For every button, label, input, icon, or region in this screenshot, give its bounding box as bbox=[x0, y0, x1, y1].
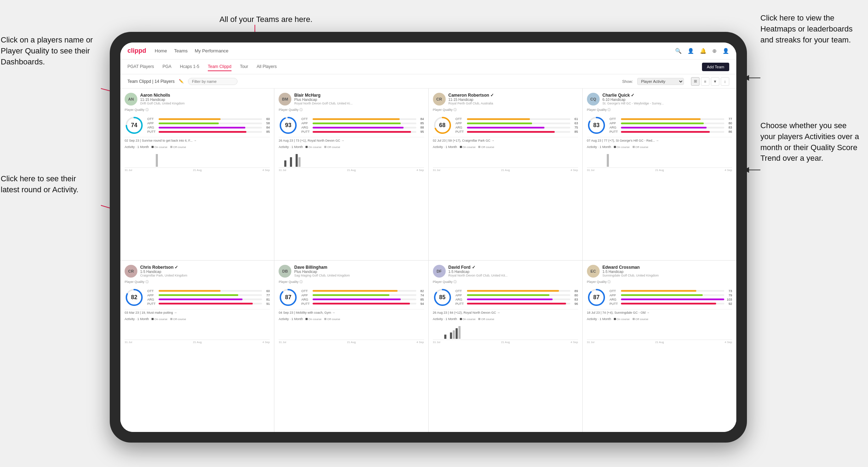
chart-labels: 31 Jul21 Aug4 Sep bbox=[125, 169, 270, 172]
player-name[interactable]: Blair McHarg bbox=[294, 93, 424, 98]
player-quality-section: 87 OTT 82 APP 74 ARG bbox=[279, 288, 424, 307]
tab-all-players[interactable]: All Players bbox=[257, 63, 277, 71]
quality-label: Player Quality ⓘ bbox=[587, 108, 732, 112]
player-name[interactable]: Cameron Robertson ✓ bbox=[449, 93, 578, 98]
activity-legend: On course Off course bbox=[152, 146, 186, 149]
chart-label: 21 Aug bbox=[501, 169, 510, 172]
quality-bars: OTT 73 APP 79 ARG 103 P bbox=[610, 289, 732, 306]
player-name[interactable]: Aaron Nicholls bbox=[140, 93, 270, 98]
stat-row: APP 63 bbox=[456, 121, 578, 125]
recent-round[interactable]: 04 Sep 23 | Mobility with coach, Gym → bbox=[279, 309, 424, 314]
recent-round[interactable]: 07 Aug 23 | 77 (+7), St George's Hill GC… bbox=[587, 137, 732, 142]
player-card[interactable]: DB Dave Billingham Plus Handicap Sag Mag… bbox=[274, 261, 428, 432]
avatar-icon[interactable]: 👤 bbox=[723, 48, 729, 54]
chart-labels: 31 Jul21 Aug4 Sep bbox=[587, 341, 732, 344]
quality-ring[interactable]: 83 bbox=[587, 116, 606, 135]
chart-labels: 31 Jul21 Aug4 Sep bbox=[279, 169, 424, 172]
player-name[interactable]: David Ford ✓ bbox=[449, 265, 578, 270]
nav-teams[interactable]: Teams bbox=[174, 47, 188, 55]
player-name[interactable]: Dave Billingham bbox=[294, 265, 424, 270]
chart-label: 21 Aug bbox=[193, 341, 202, 344]
quality-ring[interactable]: 74 bbox=[125, 116, 144, 135]
quality-ring[interactable]: 82 bbox=[125, 288, 144, 307]
tablet-shell: clippd Home Teams My Performance 🔍 👤 🔔 ⊕… bbox=[110, 32, 747, 443]
search-icon[interactable]: 🔍 bbox=[675, 48, 682, 54]
stat-row: OTT 82 bbox=[301, 289, 424, 293]
tab-tour[interactable]: Tour bbox=[240, 63, 248, 71]
grid-view-icon[interactable]: ⊞ bbox=[691, 77, 699, 86]
quality-ring[interactable]: 85 bbox=[433, 288, 452, 307]
quality-bars: OTT 82 APP 74 ARG 85 PU bbox=[301, 289, 424, 306]
recent-round[interactable]: 02 Jul 23 | 59 (+17), Craigmillar Park G… bbox=[433, 137, 578, 142]
chart-label: 31 Jul bbox=[587, 341, 594, 344]
player-card[interactable]: CQ Charlie Quick ✓ 6-10 Handicap St. Geo… bbox=[583, 89, 736, 260]
chart-label: 4 Sep bbox=[417, 341, 424, 344]
activity-legend: On course Off course bbox=[152, 318, 186, 321]
recent-round[interactable]: 18 Jul 23 | 74 (+4), Sunningdale GC - Ol… bbox=[587, 309, 732, 314]
team-filter-input[interactable] bbox=[188, 78, 238, 85]
activity-legend: On course Off course bbox=[305, 318, 340, 321]
stat-row: ARG 81 bbox=[147, 298, 270, 301]
tab-pga[interactable]: PGA bbox=[162, 63, 171, 71]
player-card[interactable]: CR Chris Robertson ✓ 1-5 Handicap Craigm… bbox=[120, 261, 274, 432]
quality-ring[interactable]: 93 bbox=[279, 116, 298, 135]
filter-icon[interactable]: ▼ bbox=[711, 77, 719, 86]
stat-row: ARG 103 bbox=[610, 298, 732, 301]
player-card[interactable]: CR Cameron Robertson ✓ 11-15 Handicap Ro… bbox=[429, 89, 582, 260]
tab-hcaps[interactable]: Hcaps 1-5 bbox=[180, 63, 199, 71]
player-card[interactable]: DF David Ford ✓ 1-5 Handicap Royal North… bbox=[429, 261, 582, 432]
recent-round[interactable]: 26 Aug 23 | 84 (+12), Royal North Devon … bbox=[433, 309, 578, 314]
nav-home[interactable]: Home bbox=[155, 47, 167, 55]
player-header: BM Blair McHarg Plus Handicap Royal Nort… bbox=[279, 93, 424, 106]
player-name[interactable]: Chris Robertson ✓ bbox=[140, 265, 270, 270]
stat-row: PUTT 95 bbox=[301, 130, 424, 133]
quality-ring[interactable]: 87 bbox=[279, 288, 298, 307]
player-info: David Ford ✓ 1-5 Handicap Royal North De… bbox=[449, 265, 578, 277]
tab-pgat[interactable]: PGAT Players bbox=[127, 63, 154, 71]
player-card[interactable]: EC Edward Crossman 1-5 Handicap Sunningd… bbox=[583, 261, 736, 432]
list-view-icon[interactable]: ≡ bbox=[701, 77, 709, 86]
sort-icon[interactable]: ↕ bbox=[721, 77, 729, 86]
recent-round[interactable]: 26 Aug 23 | 73 (+1), Royal North Devon G… bbox=[279, 137, 424, 142]
activity-chart bbox=[433, 150, 578, 168]
player-avatar: DB bbox=[279, 265, 291, 278]
bell-icon[interactable]: 🔔 bbox=[700, 48, 707, 54]
recent-round[interactable]: 03 Mar 23 | 19, Must make putting → bbox=[125, 309, 270, 314]
show-select[interactable]: Player Activity Quality Score Trend bbox=[637, 78, 684, 85]
player-card[interactable]: BM Blair McHarg Plus Handicap Royal Nort… bbox=[274, 89, 428, 260]
add-team-button[interactable]: Add Team bbox=[702, 63, 729, 71]
player-name[interactable]: Charlie Quick ✓ bbox=[603, 93, 732, 98]
stat-row: PUTT 85 bbox=[456, 130, 578, 133]
chart-label: 21 Aug bbox=[193, 169, 202, 172]
player-header: CQ Charlie Quick ✓ 6-10 Handicap St. Geo… bbox=[587, 93, 732, 106]
chart-label: 4 Sep bbox=[417, 169, 424, 172]
user-icon[interactable]: 👤 bbox=[687, 48, 694, 54]
chart-label: 4 Sep bbox=[725, 341, 732, 344]
player-club: Royal North Devon Golf Club, United Kit.… bbox=[449, 274, 578, 277]
quality-ring[interactable]: 68 bbox=[433, 116, 452, 135]
activity-header: Activity · 1 Month On course Off course bbox=[433, 317, 578, 321]
settings-icon[interactable]: ⊕ bbox=[712, 48, 717, 54]
chart-bar bbox=[607, 154, 609, 167]
chart-bar bbox=[444, 335, 446, 339]
activity-header: Activity · 1 Month On course Off course bbox=[587, 317, 732, 321]
recent-round[interactable]: 02 Sep 23 | Sunrise round to get back in… bbox=[125, 137, 270, 142]
player-quality-section: 85 OTT 89 APP 80 ARG bbox=[433, 288, 578, 307]
player-name[interactable]: Edward Crossman bbox=[603, 265, 732, 270]
activity-header: Activity · 1 Month On course Off course bbox=[279, 145, 424, 149]
nav-performance[interactable]: My Performance bbox=[195, 47, 228, 55]
stat-row: APP 80 bbox=[456, 294, 578, 297]
player-handicap: Plus Handicap bbox=[294, 98, 424, 102]
quality-label: Player Quality ⓘ bbox=[587, 280, 732, 284]
player-club: Sunningdale Golf Club, United Kingdom bbox=[603, 274, 732, 277]
player-card[interactable]: AN Aaron Nicholls 11-15 Handicap Drift G… bbox=[120, 89, 274, 260]
player-quality-section: 87 OTT 73 APP 79 ARG bbox=[587, 288, 732, 307]
quality-ring[interactable]: 87 bbox=[587, 288, 606, 307]
chart-label: 31 Jul bbox=[125, 341, 132, 344]
player-quality-section: 93 OTT 84 APP 85 ARG bbox=[279, 116, 424, 135]
edit-icon[interactable]: ✏️ bbox=[179, 79, 184, 84]
player-handicap: 1-5 Handicap bbox=[449, 270, 578, 274]
chart-label: 31 Jul bbox=[279, 341, 286, 344]
tab-team-clippd[interactable]: Team Clippd bbox=[208, 63, 232, 71]
player-handicap: 11-15 Handicap bbox=[140, 98, 270, 102]
